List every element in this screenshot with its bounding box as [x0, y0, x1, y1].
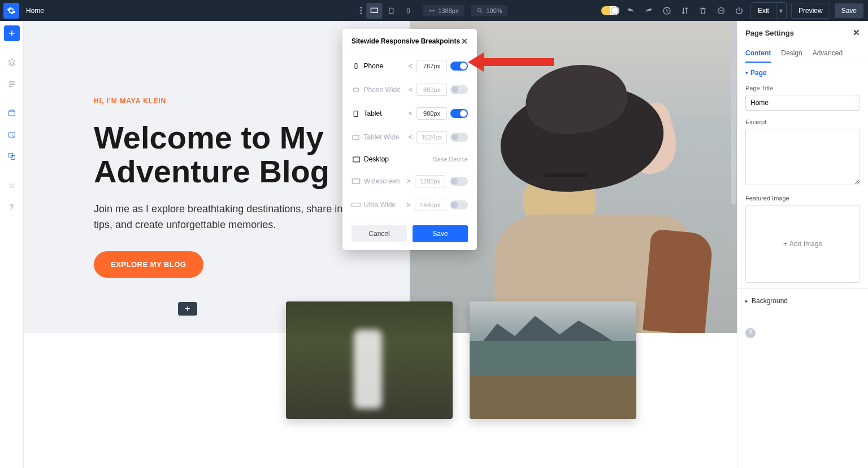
- popover-save-button[interactable]: Save: [413, 225, 468, 242]
- bp-row-tablet-wide: Tablet Wide <: [342, 125, 477, 149]
- overlap-button[interactable]: [4, 148, 20, 164]
- svg-rect-6: [8, 111, 15, 116]
- page-title-input[interactable]: [745, 95, 860, 111]
- bp-value-input[interactable]: [416, 84, 447, 96]
- exit-button[interactable]: Exit: [751, 3, 776, 18]
- bp-label: Phone Wide: [363, 86, 404, 94]
- tab-content[interactable]: Content: [745, 45, 771, 63]
- device-tablet-button[interactable]: [383, 3, 399, 19]
- bp-toggle-widescreen[interactable]: [450, 177, 468, 186]
- bp-operator: <: [407, 62, 413, 70]
- bp-label: Tablet Wide: [363, 133, 404, 141]
- excerpt-textarea[interactable]: [745, 129, 860, 185]
- bp-value-input[interactable]: [416, 60, 447, 72]
- thumbnail-2[interactable]: [470, 301, 636, 419]
- bp-row-phone-wide: Phone Wide <: [342, 78, 477, 102]
- portability-button[interactable]: [714, 4, 728, 18]
- spacing-button[interactable]: [4, 76, 20, 92]
- excerpt-label: Excerpt: [745, 119, 860, 125]
- bp-row-desktop: Desktop Base Device: [342, 149, 477, 169]
- bp-value-input[interactable]: [416, 107, 447, 120]
- svg-rect-11: [353, 88, 358, 91]
- zoom-value: 100%: [486, 7, 502, 14]
- theme-toggle[interactable]: [601, 6, 619, 15]
- add-section-chip[interactable]: +: [178, 302, 197, 316]
- section-page-toggle[interactable]: Page: [745, 69, 860, 77]
- annotation-arrow: [480, 58, 554, 66]
- more-dots-icon[interactable]: [360, 7, 362, 14]
- hero-cta-button[interactable]: EXPLORE MY BLOG: [94, 251, 203, 278]
- device-phone-button[interactable]: [400, 3, 416, 19]
- svg-rect-2: [407, 8, 409, 13]
- bp-toggle-ultra-wide[interactable]: [450, 200, 468, 209]
- device-desktop-button[interactable]: [366, 3, 382, 19]
- power-button[interactable]: [732, 4, 746, 18]
- redo-button[interactable]: [642, 4, 656, 18]
- page-title-topbar: Home: [26, 7, 44, 15]
- bp-toggle-tablet-wide[interactable]: [450, 133, 468, 142]
- bp-toggle-tablet[interactable]: [450, 109, 468, 118]
- settings-button[interactable]: [3, 3, 19, 19]
- bp-toggle-phone[interactable]: [450, 62, 468, 71]
- panel-help-icon[interactable]: ?: [745, 328, 756, 338]
- help-button[interactable]: ?: [4, 199, 20, 215]
- tab-advanced[interactable]: Advanced: [813, 45, 843, 63]
- popover-cancel-button[interactable]: Cancel: [351, 225, 407, 242]
- preview-button[interactable]: Preview: [791, 3, 830, 19]
- thumbnail-row: [286, 301, 636, 419]
- canvas-width-field[interactable]: 1388px: [423, 5, 464, 16]
- search-icon: [476, 7, 483, 14]
- bp-label: Ultra Wide: [364, 201, 402, 209]
- bp-row-ultra-wide: Ultra Wide >: [342, 193, 477, 217]
- sort-button[interactable]: [678, 4, 692, 18]
- ultra-wide-icon: [351, 200, 361, 209]
- add-image-label: Add Image: [789, 240, 822, 248]
- svg-rect-13: [353, 135, 359, 139]
- bp-operator: >: [406, 201, 411, 209]
- phone-icon: [351, 62, 360, 71]
- bp-value-input[interactable]: [415, 199, 445, 211]
- tablet-icon: [351, 109, 360, 118]
- layers-button[interactable]: [4, 55, 20, 71]
- popover-title: Sitewide Responsive Breakpoints: [351, 37, 460, 45]
- bp-label: Tablet: [363, 110, 404, 117]
- close-panel-button[interactable]: ✕: [853, 28, 860, 38]
- save-button[interactable]: Save: [835, 3, 863, 18]
- bp-operator: <: [407, 110, 413, 117]
- thumbnail-1[interactable]: [286, 301, 453, 419]
- topbar-center: 1388px 100%: [360, 3, 507, 19]
- bp-base-label: Base Device: [433, 156, 468, 163]
- canvas-scrollbar[interactable]: [731, 24, 736, 204]
- page-title-label: Page Title: [745, 85, 860, 91]
- svg-rect-10: [355, 64, 357, 69]
- svg-rect-14: [353, 157, 359, 162]
- section-background-toggle[interactable]: Background: [737, 288, 868, 313]
- plus-icon: +: [783, 240, 787, 248]
- desktop-icon: [351, 155, 361, 164]
- left-sidebar: ?: [0, 21, 24, 468]
- hero-heading[interactable]: Welcome to My Adventure Blog: [94, 121, 365, 189]
- trash-button[interactable]: [696, 4, 710, 18]
- history-button[interactable]: [660, 4, 674, 18]
- add-image-button[interactable]: + Add Image: [745, 205, 860, 283]
- zoom-field[interactable]: 100%: [471, 5, 507, 16]
- bp-row-widescreen: Widescreen >: [342, 169, 477, 193]
- hero-subtitle[interactable]: Join me as I explore breathtaking destin…: [94, 202, 365, 233]
- tab-design[interactable]: Design: [781, 45, 802, 63]
- click-button[interactable]: [4, 127, 20, 143]
- bp-value-input[interactable]: [416, 131, 447, 143]
- hero-kicker[interactable]: HI, I'M MAYA KLEIN: [94, 97, 365, 105]
- popover-close-button[interactable]: ✕: [461, 37, 468, 46]
- svg-rect-9: [11, 156, 15, 160]
- tablet-wide-icon: [351, 133, 360, 142]
- undo-button[interactable]: [624, 4, 637, 18]
- hero-text-block[interactable]: HI, I'M MAYA KLEIN Welcome to My Adventu…: [94, 97, 365, 278]
- bp-value-input[interactable]: [415, 175, 445, 187]
- canvas-width-value: 1388px: [438, 7, 458, 14]
- bp-toggle-phone-wide[interactable]: [450, 85, 468, 94]
- add-element-button[interactable]: [4, 25, 20, 41]
- wireframe-button[interactable]: [4, 106, 20, 121]
- exit-dropdown[interactable]: ▾: [776, 3, 786, 19]
- width-icon: [428, 7, 435, 14]
- tools-button[interactable]: [4, 178, 20, 194]
